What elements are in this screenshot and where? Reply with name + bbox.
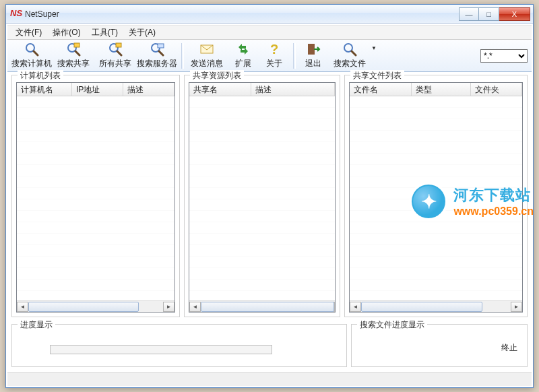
listview-body[interactable]	[189, 96, 335, 300]
toolbtn-label: 退出	[305, 58, 321, 69]
toolbtn-search-shares[interactable]: 搜索共享	[53, 40, 94, 71]
panel-share-list: 共享资源列表 共享名 描述 ◄ ►	[184, 75, 340, 317]
scroll-right-icon[interactable]: ►	[163, 302, 175, 312]
toolbtn-label: 搜索文件	[334, 58, 366, 69]
scroll-left-icon[interactable]: ◄	[189, 302, 201, 312]
toolbtn-label: 关于	[266, 58, 282, 69]
toolbar-separator	[293, 43, 296, 69]
minimize-button[interactable]: —	[459, 7, 479, 21]
toolbtn-label: 发送消息	[191, 58, 223, 69]
h-scrollbar[interactable]: ◄ ►	[189, 300, 335, 312]
app-frame: 搜索计算机 搜索共享 所有共享 搜索服务器	[7, 40, 532, 371]
col-type[interactable]: 类型	[412, 83, 471, 96]
panel-file-progress: 搜索文件进度显示 终止	[351, 324, 528, 367]
magnifier-share-icon	[66, 42, 81, 57]
svg-text:?: ?	[270, 42, 278, 57]
filter-box: *.*	[480, 49, 528, 63]
listview-body[interactable]	[350, 96, 522, 300]
bottom-area: 进度显示 搜索文件进度显示 终止	[7, 319, 532, 371]
h-scrollbar[interactable]: ◄ ►	[350, 300, 522, 312]
scroll-right-icon[interactable]: ►	[511, 302, 522, 312]
scroll-left-icon[interactable]: ◄	[350, 302, 361, 312]
status-bar	[7, 372, 532, 386]
panel-title: 计算机列表	[18, 70, 63, 81]
toolbtn-search-servers[interactable]: 搜索服务器	[137, 40, 177, 71]
toolbtn-search-computers[interactable]: 搜索计算机	[11, 40, 52, 71]
titlebar[interactable]: NS NetSuper — □ X	[6, 5, 533, 24]
panel-title: 共享资源列表	[190, 70, 244, 81]
scroll-thumb[interactable]	[361, 302, 482, 312]
toolbtn-extensions[interactable]: 扩展	[228, 40, 258, 71]
listview-body[interactable]	[17, 96, 175, 300]
svg-line-3	[75, 51, 80, 55]
toolbtn-search-files[interactable]: 搜索文件	[329, 40, 370, 71]
magnifier-server-icon	[150, 42, 164, 57]
toolbtn-label: 搜索服务器	[137, 58, 177, 69]
magnifier-share-icon	[108, 42, 123, 57]
toolbtn-label: 搜索共享	[57, 58, 90, 69]
toolbtn-quit[interactable]: 退出	[298, 40, 328, 71]
svg-line-6	[117, 51, 121, 55]
menubar: 文件(F) 操作(O) 工具(T) 关于(A)	[7, 25, 532, 40]
toolbtn-all-shares[interactable]: 所有共享	[95, 40, 135, 71]
scroll-left-icon[interactable]: ◄	[17, 302, 28, 312]
question-icon: ?	[267, 42, 282, 57]
col-description[interactable]: 描述	[251, 83, 335, 96]
close-button[interactable]: X	[499, 7, 530, 21]
window-controls: — □ X	[459, 7, 530, 21]
scroll-thumb[interactable]	[201, 302, 334, 312]
file-listview[interactable]: 文件名 类型 文件夹 ◄ ►	[349, 82, 523, 313]
main-area: 计算机列表 计算机名 IP地址 描述 ◄ ►	[7, 72, 532, 319]
col-description[interactable]: 描述	[123, 83, 175, 96]
col-folder[interactable]: 文件夹	[471, 83, 522, 96]
menu-action[interactable]: 操作(O)	[47, 26, 86, 40]
scroll-track[interactable]	[28, 302, 163, 312]
exit-icon	[306, 42, 321, 57]
progress-bar	[50, 345, 272, 354]
menu-tools[interactable]: 工具(T)	[86, 26, 123, 40]
toolbtn-label: 搜索计算机	[11, 58, 52, 69]
app-icon: NS	[10, 9, 21, 20]
scroll-thumb[interactable]	[28, 302, 139, 312]
envelope-icon	[199, 42, 214, 57]
listview-header: 共享名 描述	[189, 83, 335, 96]
app-window: NS NetSuper — □ X 文件(F) 操作(O) 工具(T) 关于(A…	[5, 4, 534, 388]
menu-file[interactable]: 文件(F)	[10, 26, 47, 40]
col-computer-name[interactable]: 计算机名	[17, 83, 72, 96]
svg-rect-4	[74, 43, 80, 47]
svg-rect-7	[116, 43, 121, 47]
toolbtn-label: 所有共享	[99, 58, 131, 69]
scroll-track[interactable]	[201, 302, 323, 312]
magnifier-file-icon	[342, 42, 357, 57]
listview-header: 文件名 类型 文件夹	[350, 83, 522, 96]
listview-header: 计算机名 IP地址 描述	[17, 83, 175, 96]
svg-line-15	[352, 51, 356, 55]
col-file-name[interactable]: 文件名	[350, 83, 412, 96]
arrows-icon	[236, 42, 251, 57]
panel-title: 共享文件列表	[350, 70, 404, 81]
share-listview[interactable]: 共享名 描述 ◄ ►	[189, 82, 336, 313]
window-title: NetSuper	[25, 9, 459, 19]
panel-progress: 进度显示	[11, 324, 347, 367]
filter-select[interactable]: *.*	[480, 49, 528, 63]
svg-rect-13	[308, 44, 315, 55]
col-share-name[interactable]: 共享名	[189, 83, 251, 96]
toolbtn-label: 扩展	[235, 58, 251, 69]
svg-line-1	[34, 51, 38, 55]
panel-file-list: 共享文件列表 文件名 类型 文件夹 ◄ ►	[344, 75, 528, 317]
toolbtn-about[interactable]: ? 关于	[259, 40, 289, 71]
computer-listview[interactable]: 计算机名 IP地址 描述 ◄ ►	[16, 82, 175, 313]
panel-computer-list: 计算机列表 计算机名 IP地址 描述 ◄ ►	[11, 75, 180, 317]
panel-title: 搜索文件进度显示	[357, 319, 427, 331]
stop-button[interactable]: 终止	[501, 342, 517, 354]
h-scrollbar[interactable]: ◄ ►	[17, 300, 175, 312]
svg-line-9	[159, 51, 163, 55]
col-ip-address[interactable]: IP地址	[72, 83, 123, 96]
magnifier-icon	[24, 42, 39, 57]
menu-about[interactable]: 关于(A)	[123, 26, 161, 40]
toolbtn-send-message[interactable]: 发送消息	[187, 40, 227, 71]
toolbar-overflow-icon[interactable]: ▼	[371, 45, 377, 51]
scroll-track[interactable]	[361, 302, 511, 312]
svg-rect-10	[158, 44, 164, 48]
maximize-button[interactable]: □	[479, 7, 499, 21]
